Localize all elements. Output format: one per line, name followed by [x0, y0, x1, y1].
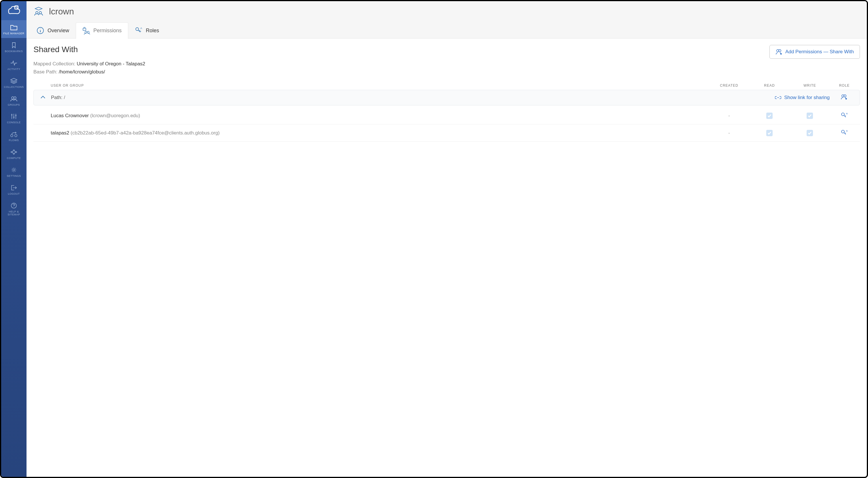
mapped-collection: Mapped Collection: University of Oregon …	[33, 61, 860, 67]
nav-label: ACTIVITY	[7, 68, 21, 71]
svg-text:A: A	[141, 27, 142, 30]
tab-label: Roles	[146, 28, 159, 34]
col-role: ROLE	[830, 83, 859, 88]
created-cell: -	[709, 113, 749, 118]
svg-text:A: A	[846, 130, 848, 132]
table-row: talapas2 (cb2b22ab-65ed-49b7-a42a-ba928e…	[33, 125, 860, 142]
section-title: Shared With	[33, 45, 78, 54]
check-icon	[768, 114, 771, 117]
add-permission-icon[interactable]	[830, 94, 859, 101]
nav-label: SETTINGS	[7, 175, 21, 178]
basepath-value: /home/lcrown/globus/	[59, 69, 105, 75]
user-id: (cb2b22ab-65ed-49b7-a42a-ba928ea74fce@cl…	[71, 130, 220, 136]
groups-icon	[10, 96, 18, 102]
nav-label: BOOKMARKS	[5, 50, 23, 53]
nav-file-manager[interactable]: FILE MANAGER	[1, 20, 27, 38]
permissions-icon	[83, 27, 90, 35]
role-action[interactable]: A	[830, 130, 859, 136]
write-checkbox[interactable]	[807, 130, 813, 136]
svg-text:A: A	[846, 112, 848, 115]
svg-point-12	[13, 169, 15, 171]
activity-icon	[10, 60, 18, 66]
permissions-table: USER OR GROUP CREATED READ WRITE ROLE Pa…	[33, 81, 860, 142]
table-row: Lucas Crownover (lcrown@uoregon.edu) - A	[33, 107, 860, 125]
nav-label: FLOWS	[9, 139, 19, 142]
user-cell: talapas2 (cb2b22ab-65ed-49b7-a42a-ba928e…	[51, 130, 709, 136]
table-header: USER OR GROUP CREATED READ WRITE ROLE	[33, 81, 860, 90]
role-action[interactable]: A	[830, 112, 859, 119]
check-icon	[768, 131, 771, 135]
help-icon	[10, 202, 18, 209]
nav-label: GROUPS	[8, 104, 20, 107]
nav-activity[interactable]: ACTIVITY	[1, 56, 27, 74]
nav-help[interactable]: HELP & SITEMAP	[1, 198, 27, 219]
svg-point-6	[11, 134, 13, 137]
col-user: USER OR GROUP	[51, 83, 709, 88]
roles-icon: A	[135, 27, 142, 34]
write-checkbox[interactable]	[807, 112, 813, 119]
base-path: Base Path: /home/lcrown/globus/	[33, 69, 860, 75]
info-icon	[37, 27, 44, 34]
svg-point-9	[13, 150, 14, 151]
content: Shared With Add Permissions — Share With…	[27, 39, 867, 477]
add-permissions-button[interactable]: Add Permissions — Share With	[770, 45, 860, 59]
collapse-toggle[interactable]	[35, 95, 51, 100]
nav-label: COMPUTE	[7, 157, 21, 160]
nav-label: FILE MANAGER	[3, 32, 24, 35]
path-label: Path: /	[51, 95, 709, 101]
nav-flows[interactable]: FLOWS	[1, 127, 27, 145]
nav-groups[interactable]: GROUPS	[1, 92, 27, 109]
col-write: WRITE	[789, 83, 830, 88]
svg-point-2	[14, 97, 16, 99]
bookmark-icon	[10, 42, 18, 48]
page-title: lcrown	[49, 7, 74, 16]
logout-icon	[10, 184, 18, 191]
nav-logout[interactable]: LOGOUT	[1, 180, 27, 198]
col-created: CREATED	[709, 83, 749, 88]
tabs: Overview Permissions A Roles	[27, 23, 867, 39]
compute-icon	[10, 149, 18, 155]
basepath-label: Base Path:	[33, 69, 57, 75]
tab-overview[interactable]: Overview	[30, 23, 76, 38]
share-link-label: Show link for sharing	[784, 95, 830, 101]
svg-point-14	[36, 11, 38, 14]
add-group-icon	[775, 49, 782, 55]
nav-settings[interactable]: SETTINGS	[1, 163, 27, 180]
svg-point-8	[11, 151, 12, 152]
svg-point-1	[11, 97, 14, 99]
svg-rect-17	[83, 28, 86, 31]
folder-icon	[10, 24, 18, 31]
tab-label: Permissions	[93, 28, 122, 34]
user-name: talapas2	[51, 130, 69, 136]
show-share-link[interactable]: Show link for sharing	[709, 95, 830, 101]
svg-point-11	[16, 151, 17, 152]
nav-label: LOGOUT	[8, 193, 20, 196]
mapped-label: Mapped Collection:	[33, 61, 75, 67]
tab-roles[interactable]: A Roles	[128, 23, 166, 38]
svg-point-7	[15, 134, 17, 137]
page-header: lcrown	[27, 1, 867, 23]
nav-label: COLLECTIONS	[4, 86, 24, 89]
nav-collections[interactable]: COLLECTIONS	[1, 74, 27, 92]
main: lcrown Overview Permissions A Roles Shar…	[27, 1, 867, 477]
check-icon	[808, 131, 812, 135]
gear-icon	[10, 167, 18, 173]
svg-point-19	[87, 31, 89, 33]
add-permissions-label: Add Permissions — Share With	[785, 49, 854, 55]
svg-point-15	[39, 11, 41, 14]
sidebar: FILE MANAGER BOOKMARKS ACTIVITY COLLECTI…	[1, 1, 27, 477]
tab-label: Overview	[48, 28, 69, 34]
globus-logo[interactable]	[1, 1, 27, 20]
read-checkbox[interactable]	[766, 112, 773, 119]
svg-point-18	[85, 31, 87, 33]
nav-bookmarks[interactable]: BOOKMARKS	[1, 38, 27, 56]
user-cell: Lucas Crownover (lcrown@uoregon.edu)	[51, 113, 709, 118]
user-id: (lcrown@uoregon.edu)	[90, 113, 140, 118]
nav-console[interactable]: CONSOLE	[1, 109, 27, 127]
tab-permissions[interactable]: Permissions	[76, 23, 128, 39]
read-checkbox[interactable]	[766, 130, 773, 136]
mapped-value: University of Oregon - Talapas2	[76, 61, 145, 67]
collection-icon	[33, 6, 44, 17]
svg-point-10	[13, 153, 14, 155]
nav-compute[interactable]: COMPUTE	[1, 145, 27, 163]
